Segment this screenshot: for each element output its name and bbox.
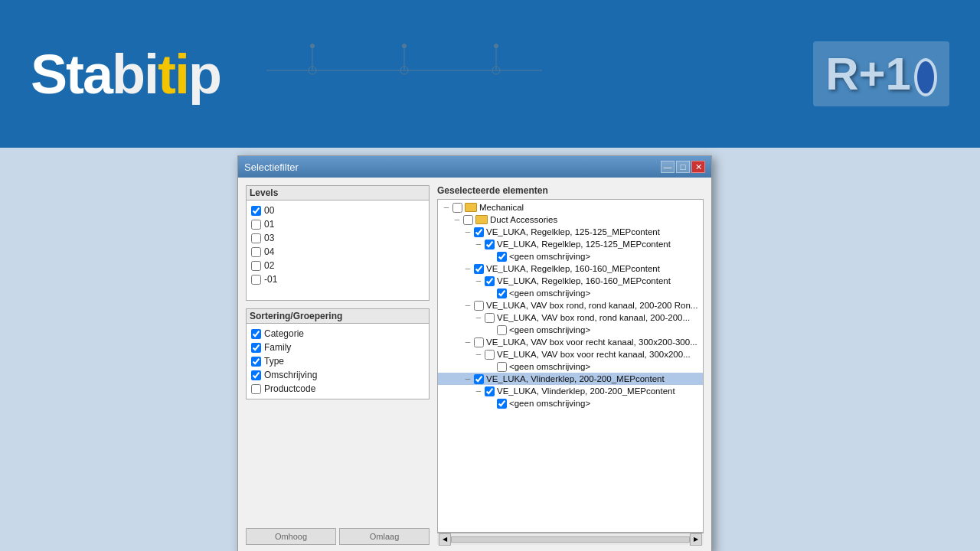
level-minus01-checkbox[interactable] [251, 275, 261, 285]
minimize-button[interactable]: — [661, 161, 675, 173]
folder-mechanical [465, 203, 477, 212]
level-00[interactable]: 00 [250, 204, 426, 217]
sort-type-checkbox[interactable] [251, 357, 261, 367]
expand-vlinderklep-group[interactable]: ─ [462, 373, 473, 384]
sort-family-label: Family [264, 342, 291, 353]
sort-omschrijving[interactable]: Omschrijving [250, 368, 426, 382]
scroll-left-arrow[interactable]: ◀ [439, 533, 451, 546]
right-panel: Geselecteerde elementen ─ Mechanical ─ [437, 185, 704, 545]
sort-family-checkbox[interactable] [251, 343, 261, 353]
cb-mechanical[interactable] [452, 203, 462, 213]
tree-node-rk160-type[interactable]: ─ VE_LUKA, Regelklep, 160-160_MEPcontent [438, 275, 703, 287]
maximize-button[interactable]: □ [676, 161, 690, 173]
expand-rk160-type[interactable]: ─ [473, 276, 484, 286]
expand-vav-recht-group[interactable]: ─ [462, 337, 473, 347]
cb-vav-recht-group[interactable] [474, 337, 484, 347]
level-04[interactable]: 04 [250, 245, 426, 259]
right-panel-label: Geselecteerde elementen [437, 185, 704, 196]
logo-rplus: R+1 [813, 41, 949, 106]
close-button[interactable]: ✕ [691, 161, 705, 173]
level-03-checkbox[interactable] [251, 233, 261, 243]
node-mechanical-text: Mechanical [479, 203, 524, 212]
node-vav-rond-type-text: VE_LUKA, VAV box rond, rond kanaal, 200-… [497, 313, 690, 322]
expand-rk160-group[interactable]: ─ [462, 263, 473, 274]
level-02-label: 02 [264, 260, 274, 271]
expand-duct-acc[interactable]: ─ [452, 214, 462, 225]
level-01-label: 01 [264, 219, 274, 230]
sort-categorie[interactable]: Categorie [250, 327, 426, 341]
cb-vav-rond-type[interactable] [485, 313, 495, 323]
tree-container[interactable]: ─ Mechanical ─ Duct Accessories [437, 199, 704, 533]
node-vav-recht-group-text: VE_LUKA, VAV box voor recht kanaal, 300x… [486, 337, 697, 347]
cb-rk125-type[interactable] [485, 240, 495, 249]
tree-node-mechanical[interactable]: ─ Mechanical [438, 201, 703, 214]
expand-rk125-type[interactable]: ─ [473, 239, 484, 249]
expand-vlinderklep-type[interactable]: ─ [473, 386, 484, 396]
cb-rk125-group[interactable] [474, 227, 484, 237]
tree-node-vav-rond-type[interactable]: ─ VE_LUKA, VAV box rond, rond kanaal, 20… [438, 311, 703, 324]
node-vlinderklep-type-text: VE_LUKA, Vlinderklep, 200-200_MEPcontent [497, 386, 675, 396]
expand-vav-rond-type[interactable]: ─ [473, 312, 484, 323]
cb-vav-recht-type[interactable] [485, 350, 495, 360]
tree-node-rk125-group[interactable]: ─ VE_LUKA, Regelklep, 125-125_MEPcontent [438, 226, 703, 238]
sort-family[interactable]: Family [250, 341, 426, 354]
level-03[interactable]: 03 [250, 231, 426, 245]
scrollbar-track[interactable] [451, 536, 690, 543]
tree-node-vav-recht-group[interactable]: ─ VE_LUKA, VAV box voor recht kanaal, 30… [438, 336, 703, 348]
cb-vav-rond-desc[interactable] [497, 325, 507, 335]
cb-vlinderklep-type[interactable] [485, 386, 495, 396]
expand-rk125-group[interactable]: ─ [462, 227, 473, 237]
sort-omschrijving-checkbox[interactable] [251, 370, 261, 380]
node-rk160-type-text: VE_LUKA, Regelklep, 160-160_MEPcontent [497, 276, 671, 285]
tree-node-rk125-desc[interactable]: <geen omschrijving> [438, 250, 703, 262]
cb-vav-recht-desc[interactable] [497, 362, 507, 372]
level-02[interactable]: 02 [250, 259, 426, 272]
level-minus01[interactable]: -01 [250, 272, 426, 286]
tree-node-vav-rond-desc[interactable]: <geen omschrijving> [438, 324, 703, 336]
node-vlinderklep-group-text: VE_LUKA, Vlinderklep, 200-200_MEPcontent [486, 374, 665, 383]
sort-productcode-checkbox[interactable] [251, 384, 261, 394]
level-00-checkbox[interactable] [251, 206, 261, 216]
expand-vav-rond-group[interactable]: ─ [462, 300, 473, 311]
sort-type[interactable]: Type [250, 354, 426, 368]
cb-rk160-group[interactable] [474, 264, 484, 274]
expand-vav-recht-type[interactable]: ─ [473, 349, 484, 360]
tree-node-duct-acc[interactable]: ─ Duct Accessories [438, 214, 703, 226]
tree-node-vav-rond-group[interactable]: ─ VE_LUKA, VAV box rond, rond kanaal, 20… [438, 299, 703, 311]
node-vav-recht-type-text: VE_LUKA, VAV box voor recht kanaal, 300x… [497, 350, 691, 359]
scroll-right-arrow[interactable]: ▶ [690, 533, 702, 546]
tree-node-vav-recht-desc[interactable]: <geen omschrijving> [438, 360, 703, 373]
sort-omschrijving-label: Omschrijving [264, 370, 317, 380]
level-01[interactable]: 01 [250, 217, 426, 231]
level-04-checkbox[interactable] [251, 247, 261, 257]
tree-node-rk125-type[interactable]: ─ VE_LUKA, Regelklep, 125-125_MEPcontent [438, 238, 703, 250]
cb-rk160-desc[interactable] [497, 289, 507, 298]
cb-vav-rond-group[interactable] [474, 301, 484, 311]
sort-productcode[interactable]: Productcode [250, 382, 426, 396]
omlaag-button[interactable]: Omlaag [339, 528, 430, 545]
node-rk160-desc-text: <geen omschrijving> [509, 289, 590, 298]
cb-vlinderklep-group[interactable] [474, 374, 484, 384]
cb-rk160-type[interactable] [485, 276, 495, 286]
tree-node-vlinderklep-group[interactable]: ─ VE_LUKA, Vlinderklep, 200-200_MEPconte… [438, 373, 703, 385]
tree-node-rk160-group[interactable]: ─ VE_LUKA, Regelklep, 160-160_MEPcontent [438, 262, 703, 275]
omhoog-button[interactable]: Omhoog [246, 528, 336, 545]
expand-mechanical[interactable]: ─ [441, 202, 452, 213]
cb-rk125-desc[interactable] [497, 252, 507, 262]
level-01-checkbox[interactable] [251, 220, 261, 230]
dialog-controls: — □ ✕ [661, 161, 705, 173]
tree-node-vlinderklep-desc[interactable]: <geen omschrijving> [438, 397, 703, 409]
tree-scrollbar[interactable]: ◀ ▶ [437, 533, 704, 545]
sort-categorie-checkbox[interactable] [251, 329, 261, 339]
node-rk125-desc-text: <geen omschrijving> [509, 252, 590, 261]
svg-point-9 [494, 44, 498, 48]
logo-stabitip: Stabitip [31, 43, 220, 106]
tree-node-vlinderklep-type[interactable]: ─ VE_LUKA, Vlinderklep, 200-200_MEPconte… [438, 385, 703, 397]
button-row: Omhoog Omlaag [246, 528, 430, 545]
tree-node-vav-recht-type[interactable]: ─ VE_LUKA, VAV box voor recht kanaal, 30… [438, 348, 703, 360]
cb-duct-acc[interactable] [463, 215, 473, 225]
level-02-checkbox[interactable] [251, 261, 261, 271]
sorting-list: Categorie Family Type Omschrijving [247, 324, 429, 399]
tree-node-rk160-desc[interactable]: <geen omschrijving> [438, 287, 703, 299]
cb-vlinderklep-desc[interactable] [497, 399, 507, 409]
